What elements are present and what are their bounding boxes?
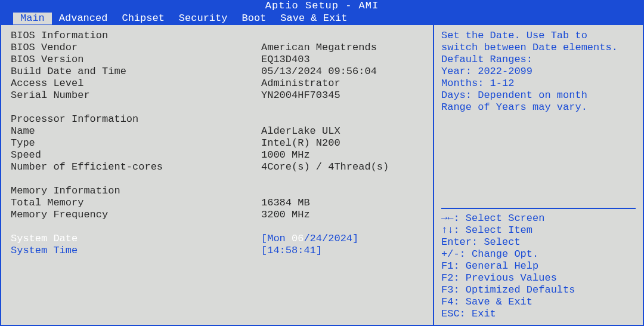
bios-version-value: EQ13D403 [261,54,310,66]
help-description: Set the Date. Use Tab to switch between … [441,30,636,113]
hint-change-opt: +/-: Change Opt. [441,248,636,260]
build-date-row: Build Date and Time 05/13/2024 09:56:04 [11,66,423,78]
menu-tab-advanced[interactable]: Advanced [52,13,115,24]
bios-vendor-label: BIOS Vendor [11,42,261,54]
hint-esc: ESC: Exit [441,308,636,320]
mem-total-value: 16384 MB [261,197,310,209]
hint-f3: F3: Optimized Defaults [441,284,636,296]
spacer [11,173,423,185]
help-line: switch between Date elements. [441,42,636,54]
proc-ecores-value: 4Core(s) / 4Thread(s) [261,161,389,173]
hint-f2: F2: Previous Values [441,272,636,284]
help-line: Days: Dependent on month [441,90,636,102]
mem-total-row: Total Memory 16384 MB [11,197,423,209]
bios-vendor-value: American Megatrends [261,42,377,54]
help-line: Months: 1-12 [441,78,636,90]
bios-version-row: BIOS Version EQ13D403 [11,54,423,66]
proc-name-value: AlderLake ULX [261,125,340,137]
help-line: Default Ranges: [441,54,636,66]
system-date-label: System Date [11,233,261,245]
proc-name-row: Name AlderLake ULX [11,125,423,137]
system-time-value[interactable]: [14:58:41] [261,245,322,257]
bios-screen: Aptio Setup - AMI Main Advanced Chipset … [0,0,644,326]
processor-info-header: Processor Information [11,113,423,125]
serial-label: Serial Number [11,90,261,102]
proc-speed-value: 1000 MHz [261,149,310,161]
spacer [11,102,423,113]
help-panel: Set the Date. Use Tab to switch between … [434,25,643,325]
menu-tab-main[interactable]: Main [13,13,52,24]
bios-info-header: BIOS Information [11,30,423,42]
proc-type-row: Type Intel(R) N200 [11,137,423,149]
proc-ecores-label: Number of Efficient-cores [11,161,261,173]
menu-tab-chipset[interactable]: Chipset [114,13,171,24]
proc-speed-row: Speed 1000 MHz [11,149,423,161]
help-keys: →←: Select Screen ↑↓: Select Item Enter:… [441,208,636,320]
mem-freq-value: 3200 MHz [261,209,310,221]
system-time-row[interactable]: System Time [14:58:41] [11,245,423,257]
mem-total-label: Total Memory [11,197,261,209]
proc-name-label: Name [11,125,261,137]
system-date-value[interactable]: [Mon 06/24/2024] [261,233,358,245]
hint-select-item: ↑↓: Select Item [441,224,636,236]
system-time-label: System Time [11,245,261,257]
serial-value: YN2004HF70345 [261,90,340,102]
proc-ecores-row: Number of Efficient-cores 4Core(s) / 4Th… [11,161,423,173]
mem-freq-row: Memory Frequency 3200 MHz [11,209,423,221]
app-title: Aptio Setup - AMI [265,0,379,11]
main-panel: BIOS Information BIOS Vendor American Me… [1,25,434,325]
body: BIOS Information BIOS Vendor American Me… [0,25,644,326]
help-line: Year: 2022-2099 [441,66,636,78]
hint-select-screen: →←: Select Screen [441,213,636,224]
access-level-row: Access Level Administrator [11,78,423,90]
hint-f4: F4: Save & Exit [441,296,636,308]
access-level-value: Administrator [261,78,340,90]
hint-enter: Enter: Select [441,236,636,248]
bios-version-label: BIOS Version [11,54,261,66]
hint-f1: F1: General Help [441,260,636,272]
spacer [11,221,423,233]
help-line: Range of Years may vary. [441,102,636,113]
proc-type-label: Type [11,137,261,149]
help-line: Set the Date. Use Tab to [441,30,636,42]
mem-freq-label: Memory Frequency [11,209,261,221]
bios-vendor-row: BIOS Vendor American Megatrends [11,42,423,54]
proc-type-value: Intel(R) N200 [261,137,340,149]
access-level-label: Access Level [11,78,261,90]
menu-bar: Main Advanced Chipset Security Boot Save… [0,12,644,25]
build-date-label: Build Date and Time [11,66,261,78]
menu-tab-boot[interactable]: Boot [234,13,273,24]
serial-row: Serial Number YN2004HF70345 [11,90,423,102]
menu-tab-save-exit[interactable]: Save & Exit [273,13,354,24]
proc-speed-label: Speed [11,149,261,161]
memory-info-header: Memory Information [11,185,423,197]
title-bar: Aptio Setup - AMI [0,0,644,12]
menu-tab-security[interactable]: Security [172,13,235,24]
system-date-row[interactable]: System Date [Mon 06/24/2024] [11,233,423,245]
build-date-value: 05/13/2024 09:56:04 [261,66,377,78]
system-date-month-field[interactable]: 06 [292,233,304,244]
